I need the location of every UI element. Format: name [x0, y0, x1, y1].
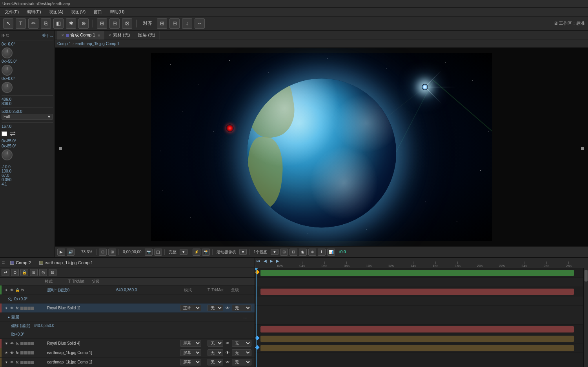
layer-tool-4[interactable]: ⊞: [30, 269, 38, 276]
lock-icon[interactable]: 🔒: [15, 288, 20, 293]
mode-select-2[interactable]: 屏幕 正常: [180, 340, 201, 347]
play-btn[interactable]: ▶: [57, 249, 65, 256]
breadcrumb-footage[interactable]: earthmap_1k.jpg Comp 1: [75, 42, 119, 46]
layer-row-3[interactable]: ☀ 👁 fx earthmap_1k.jpg Comp 1]: [0, 348, 255, 358]
tab-comp1[interactable]: ✕ 合成 Comp 1 ≡: [57, 31, 104, 40]
menu-edit[interactable]: 编辑(E): [24, 8, 44, 16]
dial-0[interactable]: [2, 47, 13, 58]
solo-icon[interactable]: ☀: [4, 288, 9, 293]
parent-select-4[interactable]: 无: [232, 359, 251, 365]
graph-btn[interactable]: 📊: [327, 249, 335, 256]
color-swatch[interactable]: [2, 131, 7, 136]
tool-align5[interactable]: ⊟: [169, 18, 180, 29]
camera-dropdown[interactable]: ▼: [239, 249, 247, 255]
layer-tool-6[interactable]: ⊟: [49, 269, 56, 276]
eye-icon-1[interactable]: 👁: [9, 306, 14, 311]
tab-layer[interactable]: 图层 (无): [134, 31, 159, 40]
tool-roto[interactable]: ✱: [66, 18, 76, 29]
fx-icon-2[interactable]: fx: [15, 341, 20, 346]
layer-tool-3[interactable]: 🔒: [20, 269, 28, 276]
trkmat-select-1[interactable]: 无: [208, 305, 223, 311]
tool-align3[interactable]: ⊠: [122, 18, 132, 29]
menu-view-v[interactable]: 视图(V): [68, 8, 89, 16]
trkmat-select-4[interactable]: 无: [208, 359, 223, 365]
eye-icon-2[interactable]: 👁: [9, 341, 14, 346]
trkmat-select-3[interactable]: 无: [208, 349, 223, 356]
fast-preview-btn[interactable]: ⚡: [193, 249, 200, 256]
tool-align4[interactable]: ⊞: [157, 18, 167, 29]
tab-footage-bottom[interactable]: earthmap_1k.jpg Comp 1: [36, 260, 96, 266]
full-dropdown[interactable]: Full ▼: [2, 114, 53, 120]
view-opt-btn[interactable]: ⊟: [289, 249, 297, 256]
menu-help[interactable]: 帮助(H): [107, 8, 127, 16]
fx-icon[interactable]: fx: [20, 288, 25, 293]
layer-row-2[interactable]: ☀ 👁 fx Royal Blue Solid 4] 屏幕: [0, 339, 255, 348]
menu-window[interactable]: 窗口: [90, 8, 105, 16]
solo-icon-4[interactable]: ☀: [4, 360, 9, 365]
tab-comp2[interactable]: Comp 2: [7, 260, 34, 266]
fx-icon-3[interactable]: fx: [15, 351, 20, 355]
quality-dropdown[interactable]: ▼: [180, 249, 188, 255]
mode-select-4[interactable]: 屏幕 正常: [180, 359, 201, 365]
views-dropdown[interactable]: ▼: [271, 249, 279, 255]
layer-tool-2[interactable]: ⊙: [11, 269, 19, 276]
tool-align7[interactable]: ↔: [195, 18, 205, 29]
hamburger-icon[interactable]: ≡: [2, 260, 5, 266]
fx-icon-4[interactable]: fx: [15, 360, 20, 365]
render-btn[interactable]: ◉: [299, 249, 307, 256]
tool-puppet[interactable]: ⊕: [78, 18, 89, 29]
resize-btn[interactable]: ⊡: [99, 249, 107, 256]
eye-icon-3[interactable]: 👁: [9, 351, 14, 355]
dial-2[interactable]: [2, 82, 13, 93]
dial-8[interactable]: [2, 149, 13, 160]
right-scroll-bar[interactable]: [583, 268, 588, 367]
snapshot-btn[interactable]: 📸: [202, 249, 210, 256]
mode-select-3[interactable]: 屏幕 正常: [180, 349, 201, 356]
track-bar-4[interactable]: [260, 345, 574, 351]
parent-select-2[interactable]: 无: [232, 340, 251, 347]
tool-align6[interactable]: ↕: [182, 18, 192, 29]
solo-icon-2[interactable]: ☀: [4, 341, 9, 346]
breadcrumb-comp1[interactable]: Comp 1: [57, 42, 71, 46]
view-layout-btn[interactable]: ⊞: [280, 249, 288, 256]
solo-icon-1[interactable]: ☀: [4, 306, 9, 311]
close-icon2[interactable]: ✕: [108, 33, 111, 37]
solo-icon-3[interactable]: ☀: [4, 351, 9, 355]
tool-align2[interactable]: ⊟: [109, 18, 120, 29]
menu-file[interactable]: 文件(F): [2, 8, 22, 16]
close-icon[interactable]: ✕: [61, 33, 64, 37]
eye-icon-4[interactable]: 👁: [9, 360, 14, 365]
tool-align[interactable]: ⊞: [97, 18, 107, 29]
tab-menu-icon[interactable]: ≡: [98, 33, 100, 38]
audio-btn[interactable]: 🔊: [67, 249, 75, 256]
panel-about[interactable]: 关于...: [42, 33, 53, 38]
tool-clone[interactable]: ⎘: [41, 18, 51, 29]
tool-select[interactable]: ↖: [3, 18, 13, 29]
dial-1[interactable]: [2, 65, 13, 76]
layer-tool-5[interactable]: ◎: [39, 269, 47, 276]
track-bar-1[interactable]: [260, 289, 574, 295]
mode-select-1[interactable]: 正常 屏幕: [180, 305, 201, 311]
layer-row-header[interactable]: ☀ 👁 🔒 fx 层时↑ (减流/) 640.0,360.0 模式 T TrkM…: [0, 285, 255, 295]
expand-icon-1[interactable]: ▸: [8, 315, 10, 319]
track-bar-2[interactable]: [260, 326, 574, 332]
tab-footage[interactable]: ✕ 素材 (无): [104, 31, 134, 40]
layer-row-1[interactable]: ☀ 👁 fx Royal Blue Solid 1] 正常: [0, 303, 255, 313]
track-bar-3[interactable]: [260, 336, 574, 342]
track-bar-0[interactable]: [260, 270, 574, 276]
info-btn[interactable]: ℹ: [318, 249, 326, 256]
tool-pen[interactable]: ✏: [28, 18, 38, 29]
roi-btn[interactable]: ◫: [154, 249, 162, 256]
preview-btn[interactable]: ⊕: [308, 249, 316, 256]
tool-text[interactable]: T: [16, 18, 26, 29]
parent-select-1[interactable]: 无: [232, 305, 251, 311]
menu-view-a[interactable]: 视图(A): [46, 8, 67, 16]
eye-icon[interactable]: 👁: [9, 288, 14, 293]
cam-btn[interactable]: 📷: [145, 249, 153, 256]
layer-tool-1[interactable]: ⇄: [2, 269, 9, 276]
tool-eraser[interactable]: ◧: [53, 18, 64, 29]
grid-btn[interactable]: ⊞: [108, 249, 116, 256]
trkmat-select-2[interactable]: 无: [208, 340, 223, 347]
fx-icon-1[interactable]: fx: [15, 306, 20, 311]
layer-row-4[interactable]: ☀ 👁 fx earthmap_1k.jpg Comp 1]: [0, 358, 255, 367]
